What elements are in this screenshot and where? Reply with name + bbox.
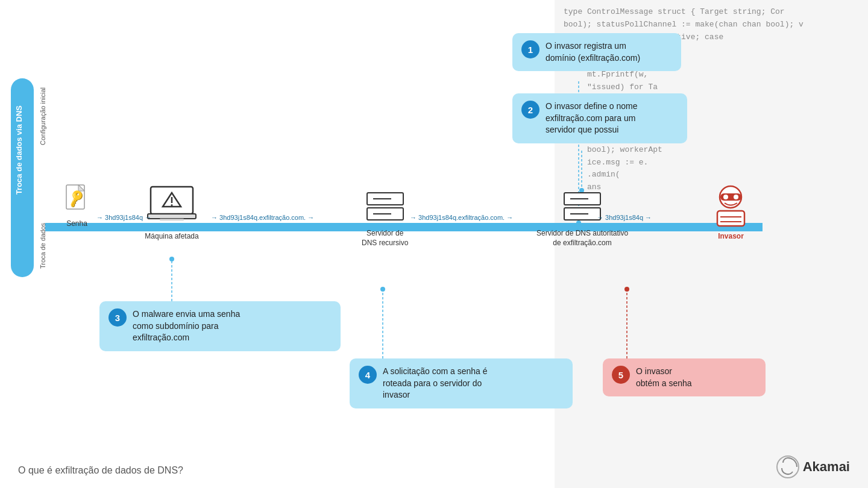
key-icon: 🔑 <box>66 189 86 209</box>
svg-rect-7 <box>148 214 196 219</box>
invader-icon <box>711 184 750 229</box>
svg-point-19 <box>723 195 728 199</box>
callout-3-number: 3 <box>108 308 127 327</box>
callout-5: 5 O invasorobtém a senha <box>603 358 766 396</box>
callout-2: 2 O invasor define o nomeexfiltração.com… <box>512 93 687 143</box>
dns-recursive-icon <box>364 190 406 226</box>
senha-label: Senha <box>66 219 87 228</box>
laptop-icon <box>145 184 199 229</box>
config-label: Configuração inicial <box>39 87 46 145</box>
callout-1-text: O invasor registra umdomínio (exfiltraçã… <box>546 40 640 64</box>
dns-recursive-label: Servidor deDNS recursivo <box>362 229 408 248</box>
callout-4-number: 4 <box>359 366 377 384</box>
flow-text-4: → 3hd93j1s84q → <box>597 214 652 221</box>
akamai-icon <box>776 455 800 479</box>
dns-recursive-container: Servidor deDNS recursivo <box>362 190 408 248</box>
callout-2-number: 2 <box>521 101 539 119</box>
callout-4-text: A solicitação com a senha éroteada para … <box>383 366 488 401</box>
callout-1-number: 1 <box>521 40 539 58</box>
callout-2-text: O invasor define o nomeexfiltração.com p… <box>546 101 638 136</box>
svg-point-33 <box>624 287 629 292</box>
svg-rect-8 <box>160 219 184 221</box>
invader-container: Invasor <box>711 184 750 242</box>
callout-1: 1 O invasor registra umdomínio (exfiltra… <box>512 33 681 71</box>
flow-text-1: → 3hd93j1s84q → <box>96 214 151 221</box>
akamai-logo: Akamai <box>776 455 850 479</box>
svg-point-31 <box>380 287 385 292</box>
svg-point-20 <box>734 195 738 199</box>
diagram: Troca de dados via DNS Configuração inic… <box>0 0 868 488</box>
svg-rect-21 <box>717 211 744 226</box>
bottom-question: O que é exfiltração de dados de DNS? <box>18 465 183 476</box>
connectors-svg <box>0 0 868 488</box>
callout-5-text: O invasorobtém a senha <box>636 366 692 389</box>
laptop-container: Máquina afetada <box>145 184 199 242</box>
akamai-brand-text: Akamai <box>803 459 850 475</box>
invader-label: Invasor <box>718 232 744 242</box>
flow-text-3: → 3hd93j1s84q.exfiltração.com. → <box>410 214 513 221</box>
machine-label: Máquina afetada <box>145 232 198 242</box>
senha-item: 🔑 Senha <box>63 184 90 228</box>
callout-4: 4 A solicitação com a senha éroteada par… <box>350 358 573 408</box>
callout-5-number: 5 <box>612 366 630 384</box>
svg-point-29 <box>169 257 174 261</box>
dns-authoritative-label: Servidor de DNS autoritativode exfiltraç… <box>536 229 628 248</box>
callout-3: 3 O malware envia uma senhacomo subdomín… <box>99 301 341 351</box>
svg-point-6 <box>171 204 173 206</box>
callout-3-text: O malware envia uma senhacomo subdomínio… <box>133 308 240 344</box>
flow-text-2: → 3hd93j1s84q.exfiltração.com. → <box>211 214 314 221</box>
main-vertical-label: Troca de dados via DNS <box>14 105 24 195</box>
